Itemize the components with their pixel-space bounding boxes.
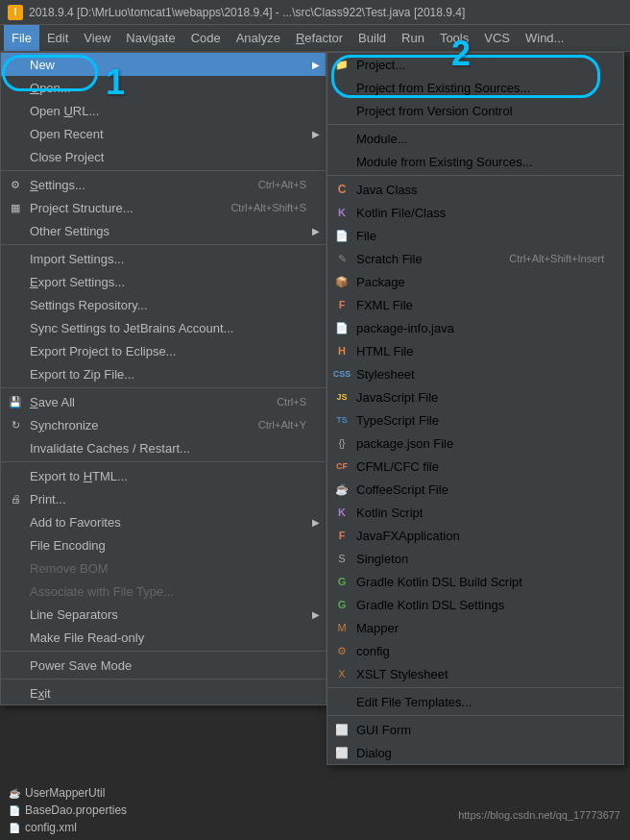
menu-item-open[interactable]: Open... bbox=[1, 76, 326, 99]
menu-build[interactable]: Build bbox=[351, 25, 394, 51]
new-submenu-module-existing[interactable]: Module from Existing Sources... bbox=[327, 150, 623, 173]
menu-view[interactable]: View bbox=[76, 25, 118, 51]
menu-item-synchronize[interactable]: ↻ Synchronize Ctrl+Alt+Y bbox=[1, 413, 326, 436]
menu-item-import-settings[interactable]: Import Settings... bbox=[1, 247, 326, 270]
menu-item-make-read-only[interactable]: Make File Read-only bbox=[1, 626, 326, 649]
menu-run[interactable]: Run bbox=[394, 25, 432, 51]
file-icon: ☕ bbox=[8, 786, 21, 800]
menu-item-add-favorites[interactable]: Add to Favorites ▶ bbox=[1, 510, 326, 533]
menu-item-power-save[interactable]: Power Save Mode bbox=[1, 654, 326, 677]
menu-item-export-html[interactable]: Export to HTML... bbox=[1, 464, 326, 487]
menu-item-invalidate-caches[interactable]: Invalidate Caches / Restart... bbox=[1, 436, 326, 459]
menu-item-open-url[interactable]: Open URL... bbox=[1, 99, 326, 122]
new-submenu-java-class[interactable]: C Java Class bbox=[327, 178, 623, 201]
shortcut: Ctrl+Alt+Y bbox=[239, 419, 306, 431]
new-submenu-gradle-kotlin-build[interactable]: G Gradle Kotlin DSL Build Script bbox=[327, 570, 623, 593]
watermark: https://blog.csdn.net/qq_17773677 bbox=[458, 809, 620, 821]
menu-item-label: Module from Existing Sources... bbox=[356, 155, 533, 169]
new-submenu-project-vcs[interactable]: Project from Version Control bbox=[327, 99, 623, 122]
menu-item-label: Close Project bbox=[30, 150, 104, 164]
menu-item-settings[interactable]: ⚙ Settings... Ctrl+Alt+S bbox=[1, 173, 326, 196]
menu-tools[interactable]: Tools bbox=[432, 25, 476, 51]
new-submenu-xslt[interactable]: X XSLT Stylesheet bbox=[327, 662, 623, 685]
menu-item-close-project[interactable]: Close Project bbox=[1, 145, 326, 168]
new-submenu-coffee[interactable]: ☕ CoffeeScript File bbox=[327, 478, 623, 501]
menu-vcs[interactable]: VCS bbox=[476, 25, 518, 51]
menu-analyze[interactable]: Analyze bbox=[229, 25, 288, 51]
menu-edit[interactable]: Edit bbox=[39, 25, 76, 51]
menu-item-associate-file-type: Associate with File Type... bbox=[1, 580, 326, 603]
new-submenu-scratch-file[interactable]: ✎ Scratch File Ctrl+Alt+Shift+Insert bbox=[327, 247, 623, 270]
menu-refactor[interactable]: Refactor bbox=[288, 25, 351, 51]
new-submenu-singleton[interactable]: S Singleton bbox=[327, 547, 623, 570]
new-submenu-project-existing[interactable]: Project from Existing Sources... bbox=[327, 76, 623, 99]
menu-item-label: Scratch File bbox=[356, 252, 423, 266]
menu-item-label: Sync Settings to JetBrains Account... bbox=[30, 321, 233, 335]
arrow-icon: ▶ bbox=[312, 517, 320, 528]
html-icon: H bbox=[333, 342, 351, 359]
menu-item-print[interactable]: 🖨 Print... bbox=[1, 487, 326, 510]
arrow-icon: ▶ bbox=[312, 609, 320, 620]
menu-item-label: Module... bbox=[356, 132, 407, 146]
new-submenu-gradle-kotlin-settings[interactable]: G Gradle Kotlin DSL Settings bbox=[327, 593, 623, 616]
json-icon: {} bbox=[333, 434, 351, 452]
title-bar: I 2018.9.4 [D:\MrLuo\tomcat1\webapps\201… bbox=[0, 0, 630, 25]
menu-item-sync-settings[interactable]: Sync Settings to JetBrains Account... bbox=[1, 316, 326, 339]
menu-item-settings-repo[interactable]: Settings Repository... bbox=[1, 293, 326, 316]
new-submenu-stylesheet[interactable]: CSS Stylesheet bbox=[327, 362, 623, 385]
new-submenu-package-info[interactable]: 📄 package-info.java bbox=[327, 316, 623, 339]
menu-item-label: Make File Read-only bbox=[30, 630, 144, 645]
new-submenu-module[interactable]: Module... bbox=[327, 127, 623, 150]
menu-item-label: Line Separators bbox=[30, 607, 118, 622]
new-submenu-config[interactable]: ⚙ config bbox=[327, 639, 623, 662]
menu-item-export-settings[interactable]: Export Settings... bbox=[1, 270, 326, 293]
new-submenu-mapper[interactable]: M Mapper bbox=[327, 616, 623, 639]
menu-code[interactable]: Code bbox=[183, 25, 229, 51]
new-submenu-package-json[interactable]: {} package.json File bbox=[327, 432, 623, 455]
new-submenu-file[interactable]: 📄 File bbox=[327, 224, 623, 247]
menu-item-label: File bbox=[356, 229, 376, 243]
new-submenu-js[interactable]: JS JavaScript File bbox=[327, 385, 623, 408]
new-submenu-project[interactable]: 📁 Project... bbox=[327, 53, 623, 76]
config-icon: ⚙ bbox=[333, 642, 351, 659]
new-submenu-javafx[interactable]: F JavaFXApplication bbox=[327, 524, 623, 547]
menu-item-new[interactable]: New ▶ bbox=[1, 53, 326, 76]
new-submenu-package[interactable]: 📦 Package bbox=[327, 270, 623, 293]
new-submenu-cfml[interactable]: CF CFML/CFC file bbox=[327, 455, 623, 478]
menu-item-export-eclipse[interactable]: Export Project to Eclipse... bbox=[1, 339, 326, 362]
shortcut: Ctrl+Alt+Shift+S bbox=[211, 202, 306, 213]
menu-item-project-structure[interactable]: ▦ Project Structure... Ctrl+Alt+Shift+S bbox=[1, 196, 326, 219]
menu-item-label: CoffeeScript File bbox=[356, 482, 448, 497]
menu-item-save-all[interactable]: 💾 Save All Ctrl+S bbox=[1, 390, 326, 413]
menu-item-label: Open Recent bbox=[30, 127, 104, 141]
new-submenu-kotlin-script[interactable]: K Kotlin Script bbox=[327, 501, 623, 524]
new-submenu-fxml[interactable]: F FXML File bbox=[327, 293, 623, 316]
new-submenu-edit-templates[interactable]: Edit File Templates... bbox=[327, 690, 623, 713]
singleton-icon: S bbox=[333, 550, 351, 567]
menu-item-other-settings[interactable]: Other Settings ▶ bbox=[1, 219, 326, 242]
menu-item-export-zip[interactable]: Export to Zip File... bbox=[1, 362, 326, 385]
menu-file[interactable]: File bbox=[4, 25, 39, 51]
menu-navigate[interactable]: Navigate bbox=[118, 25, 182, 51]
new-submenu-gui-form[interactable]: ⬜ GUI Form bbox=[327, 718, 623, 741]
menu-item-label: Import Settings... bbox=[30, 252, 124, 266]
menu-item-line-separators[interactable]: Line Separators ▶ bbox=[1, 603, 326, 626]
menu-item-exit[interactable]: Exit bbox=[1, 681, 326, 704]
menu-item-open-recent[interactable]: Open Recent ▶ bbox=[1, 122, 326, 145]
new-submenu-html[interactable]: H HTML File bbox=[327, 339, 623, 362]
menu-item-label: Export Project to Eclipse... bbox=[30, 344, 176, 358]
new-submenu-kotlin-class[interactable]: K Kotlin File/Class bbox=[327, 201, 623, 224]
menu-window[interactable]: Wind... bbox=[518, 25, 571, 51]
menu-item-label: JavaScript File bbox=[356, 390, 438, 405]
menu-item-file-encoding[interactable]: File Encoding bbox=[1, 533, 326, 556]
ts-icon: TS bbox=[333, 411, 351, 429]
menu-item-label: CFML/CFC file bbox=[356, 459, 439, 474]
gui-form-icon: ⬜ bbox=[333, 721, 351, 738]
menu-item-label: Gradle Kotlin DSL Build Script bbox=[356, 575, 522, 589]
new-submenu-dialog[interactable]: ⬜ Dialog bbox=[327, 741, 623, 764]
file-icon: 📄 bbox=[333, 227, 351, 244]
menu-item-label: New bbox=[30, 58, 55, 72]
save-icon: 💾 bbox=[7, 393, 24, 410]
separator bbox=[1, 244, 326, 245]
new-submenu-ts[interactable]: TS TypeScript File bbox=[327, 408, 623, 432]
